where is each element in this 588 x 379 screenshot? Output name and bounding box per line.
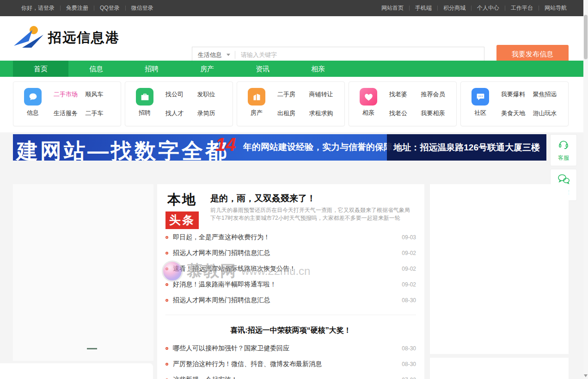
category-card-realestate: 房产 二手房 商铺转让 出租房 求租求购 bbox=[237, 81, 345, 126]
category-section: 信息 二手市场 顺风车 生活服务 二手车 招聘 找公司 发职位 找人才 录简历 bbox=[0, 77, 588, 132]
nav-item-realestate[interactable]: 房产 bbox=[179, 61, 235, 77]
category-link[interactable]: 顺风车 bbox=[86, 90, 117, 99]
local-headlines-badge[interactable]: 本地 头条 bbox=[165, 191, 199, 229]
search-category-select[interactable]: 生活信息 bbox=[192, 51, 235, 59]
category-link[interactable]: 录简历 bbox=[197, 109, 229, 118]
bullet-icon bbox=[165, 267, 168, 270]
site-nav-link[interactable]: 网站导航 bbox=[539, 4, 572, 12]
headline-title[interactable]: 是的，雨，又双叒叕来了！ bbox=[210, 193, 316, 205]
site-name: 招远信息港 bbox=[48, 29, 120, 47]
badge-text-top: 本地 bbox=[165, 191, 199, 209]
news-item-date: 08-30 bbox=[402, 297, 416, 304]
category-link[interactable]: 生活服务 bbox=[54, 109, 86, 118]
banner-address: 地址：招远温泉路126号联通大厦三楼 bbox=[387, 134, 546, 161]
bullet-icon bbox=[165, 299, 168, 302]
category-link[interactable]: 出租房 bbox=[277, 109, 309, 118]
slider-pagination-dash[interactable] bbox=[87, 348, 97, 349]
customer-service-button[interactable]: 客服 bbox=[550, 134, 577, 166]
category-card-left: 信息 bbox=[19, 88, 46, 121]
news-item[interactable]: 速看！招远汽车站省际线路班次恢复公告！ 09-02 bbox=[165, 261, 416, 277]
qq-login-link[interactable]: QQ登录 bbox=[94, 4, 125, 12]
news-item-title: 好消息！温泉路南半幅即将通车啦！ bbox=[173, 280, 397, 289]
category-link[interactable]: 发职位 bbox=[197, 90, 229, 99]
nav-item-dating[interactable]: 相亲 bbox=[290, 61, 346, 77]
news-item[interactable]: 好消息！温泉路南半幅即将通车啦！ 09-02 bbox=[165, 277, 416, 292]
headset-icon bbox=[557, 139, 570, 152]
work-platform-link[interactable]: 工作平台 bbox=[505, 4, 539, 12]
category-name[interactable]: 社区 bbox=[474, 109, 486, 117]
category-card-left: 房产 bbox=[243, 88, 270, 121]
points-mall-link[interactable]: 积分商城 bbox=[438, 4, 471, 12]
category-card-jobs: 招聘 找公司 发职位 找人才 录简历 bbox=[125, 81, 233, 126]
image-slider[interactable] bbox=[13, 184, 153, 361]
category-link[interactable]: 美食天地 bbox=[501, 109, 533, 118]
register-link[interactable]: 免费注册 bbox=[61, 4, 94, 12]
nav-item-jobs[interactable]: 招聘 bbox=[124, 61, 179, 77]
category-link[interactable]: 二手车 bbox=[86, 109, 117, 118]
search-category-value: 生活信息 bbox=[198, 51, 222, 59]
category-link[interactable]: 我要相亲 bbox=[421, 109, 453, 118]
building-icon bbox=[248, 88, 265, 106]
right-sidebar-card bbox=[430, 358, 569, 379]
briefcase-icon bbox=[136, 88, 153, 106]
category-link[interactable]: 找公司 bbox=[165, 90, 197, 99]
category-link[interactable]: 我要爆料 bbox=[501, 90, 533, 99]
news-item-date: 07-02 bbox=[402, 377, 416, 379]
news-item[interactable]: 这些新规，今起实施！ 07-02 bbox=[165, 372, 416, 379]
category-name[interactable]: 信息 bbox=[27, 109, 39, 117]
category-link[interactable]: 聚焦招远 bbox=[533, 90, 565, 99]
topbar-right-group: 网站首页 手机端 积分商城 个人中心 工作平台 网站导航 bbox=[376, 4, 572, 12]
nav-item-info[interactable]: 信息 bbox=[68, 61, 124, 77]
personal-center-link[interactable]: 个人中心 bbox=[472, 4, 505, 12]
news-item[interactable]: 即日起，全是严查这种收费行为！ 09-03 bbox=[165, 230, 416, 245]
category-links: 二手房 商铺转让 出租房 求租求购 bbox=[270, 88, 342, 121]
category-links: 二手市场 顺风车 生活服务 二手车 bbox=[46, 88, 118, 121]
category-link[interactable]: 二手市场 bbox=[54, 90, 86, 99]
chevron-down-icon bbox=[227, 54, 230, 56]
scrollbar[interactable] bbox=[583, 0, 588, 379]
wechat-login-link[interactable]: 微信登录 bbox=[126, 4, 159, 12]
category-name[interactable]: 房产 bbox=[251, 109, 263, 117]
news-item-date: 09-02 bbox=[402, 250, 416, 256]
category-link[interactable]: 求租求购 bbox=[309, 109, 341, 118]
news-item[interactable]: 招远人才网本周热门招聘信息汇总 08-30 bbox=[165, 292, 416, 308]
bullet-icon bbox=[165, 283, 168, 286]
main-nav: 首页 信息 招聘 房产 资讯 相亲 bbox=[0, 61, 588, 77]
nav-item-home[interactable]: 首页 bbox=[13, 61, 68, 77]
page: 你好，请登录 免费注册 QQ登录 微信登录 网站首页 手机端 积分商城 个人中心… bbox=[0, 0, 588, 379]
customer-service-label: 客服 bbox=[558, 154, 569, 162]
news-item[interactable]: 哪些人可以接种加强针？国家卫健委回应 08-30 bbox=[165, 341, 416, 356]
badge-text-bottom: 头条 bbox=[165, 211, 199, 229]
category-link[interactable]: 二手房 bbox=[277, 90, 309, 99]
featured-news-title[interactable]: 喜讯:招远一中荣获两项“硬核”大奖！ bbox=[165, 322, 416, 339]
mobile-version-link[interactable]: 手机端 bbox=[410, 4, 437, 12]
site-home-link[interactable]: 网站首页 bbox=[376, 4, 409, 12]
banner-sub-text: 年的网站建设经验，实力与信誉的保障 bbox=[243, 141, 392, 153]
local-headlines-card: 本地 头条 是的，雨，又双叒叕来了！ 前几天的暴雨预警还历历在目今天打开天气一查… bbox=[157, 184, 424, 379]
category-link[interactable]: 游山玩水 bbox=[533, 109, 565, 118]
news-item-title: 招远人才网本周热门招聘信息汇总 bbox=[173, 296, 397, 304]
news-item-date: 09-02 bbox=[402, 281, 416, 288]
category-name[interactable]: 相亲 bbox=[362, 109, 374, 117]
scroll-down-arrow-icon[interactable] bbox=[584, 374, 588, 377]
chat-bubble-icon bbox=[24, 88, 42, 106]
ad-banner[interactable]: 建网站—找数字全都 14 年的网站建设经验，实力与信誉的保障 地址：招远温泉路1… bbox=[13, 134, 546, 161]
scrollbar-thumb[interactable] bbox=[584, 15, 588, 59]
news-item-date: 08-30 bbox=[402, 345, 416, 352]
category-link[interactable]: 商铺转让 bbox=[309, 90, 341, 99]
site-logo[interactable]: 招远信息港 bbox=[12, 25, 120, 51]
category-link[interactable]: 找老公 bbox=[389, 109, 421, 118]
category-link[interactable]: 找人才 bbox=[165, 109, 197, 118]
right-sidebar-card bbox=[430, 184, 569, 354]
category-card-community: 社区 我要爆料 聚焦招远 美食天地 游山玩水 bbox=[460, 81, 569, 126]
nav-item-news[interactable]: 资讯 bbox=[235, 61, 290, 77]
news-item-date: 09-02 bbox=[402, 266, 416, 272]
category-link[interactable]: 找老婆 bbox=[389, 90, 421, 99]
category-link[interactable]: 推荐会员 bbox=[421, 90, 453, 99]
category-name[interactable]: 招聘 bbox=[139, 109, 151, 117]
news-item-title: 哪些人可以接种加强针？国家卫健委回应 bbox=[173, 344, 397, 353]
category-card-left: 社区 bbox=[467, 88, 494, 121]
news-item[interactable]: 招远人才网本周热门招聘信息汇总 09-02 bbox=[165, 245, 416, 261]
login-link[interactable]: 你好，请登录 bbox=[16, 4, 60, 12]
news-item[interactable]: 严厉整治这种行为！微信、抖音、微博发布最新消息 08-30 bbox=[165, 356, 416, 372]
